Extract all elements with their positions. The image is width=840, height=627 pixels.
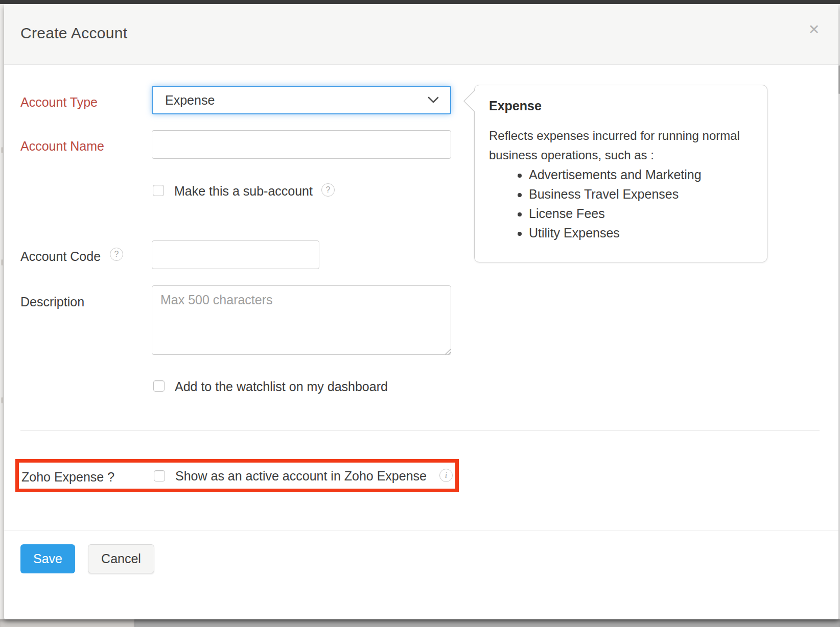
page-behind-top-strip <box>0 0 840 4</box>
page-behind-content-mark <box>1 397 3 403</box>
info-icon[interactable]: i <box>439 469 453 482</box>
zoho-expense-label: Zoho Expense ? <box>21 470 114 485</box>
account-code-input[interactable] <box>152 240 319 269</box>
popover-example-item: Utility Expenses <box>529 223 756 243</box>
page-behind-content-mark <box>1 259 3 266</box>
page-behind-left-strip <box>0 4 4 619</box>
sub-account-checkbox[interactable] <box>153 185 164 196</box>
popover-example-item: Advertisements and Marketing <box>529 165 756 184</box>
screen: Create Account ✕ Account Type Expense Ex… <box>0 0 840 627</box>
popover-title: Expense <box>489 99 542 113</box>
cancel-button[interactable]: Cancel <box>88 544 154 573</box>
save-button[interactable]: Save <box>20 544 75 573</box>
account-type-selected-value: Expense <box>165 87 215 113</box>
account-name-input[interactable] <box>152 130 451 159</box>
page-behind-bottom-right <box>134 619 840 627</box>
popover-example-list: Advertisements and MarketingBusiness Tra… <box>516 165 756 243</box>
create-account-modal: Create Account ✕ Account Type Expense Ex… <box>4 4 838 619</box>
popover-example-item: Business Travel Expenses <box>529 184 756 204</box>
sub-account-checkbox-label: Make this a sub-account <box>174 184 313 199</box>
zoho-expense-checkbox-label: Show as an active account in Zoho Expens… <box>175 469 427 484</box>
description-textarea[interactable] <box>152 285 451 355</box>
account-type-popover: Expense Reflects expenses incurred for r… <box>474 85 767 262</box>
description-label: Description <box>20 295 84 309</box>
account-type-label: Account Type <box>20 95 98 110</box>
zoho-expense-checkbox[interactable] <box>154 470 165 481</box>
modal-title: Create Account <box>20 25 127 42</box>
account-type-select[interactable]: Expense <box>152 86 451 114</box>
watchlist-checkbox[interactable] <box>153 380 165 392</box>
page-behind-content-mark <box>1 147 3 153</box>
page-behind-bottom-left <box>0 619 134 627</box>
close-icon[interactable]: ✕ <box>804 19 824 40</box>
popover-arrow-fill <box>464 91 475 111</box>
account-name-label: Account Name <box>20 139 104 154</box>
modal-header: Create Account ✕ <box>4 4 838 65</box>
popover-example-item: License Fees <box>529 204 756 223</box>
section-divider <box>20 430 820 431</box>
help-icon[interactable]: ? <box>110 248 123 261</box>
footer-divider <box>4 530 838 531</box>
chevron-down-icon <box>428 97 439 106</box>
help-icon[interactable]: ? <box>321 183 335 197</box>
popover-description: Reflects expenses incurred for running n… <box>489 126 747 165</box>
account-code-label: Account Code <box>20 249 101 264</box>
watchlist-checkbox-label: Add to the watchlist on my dashboard <box>175 379 388 394</box>
